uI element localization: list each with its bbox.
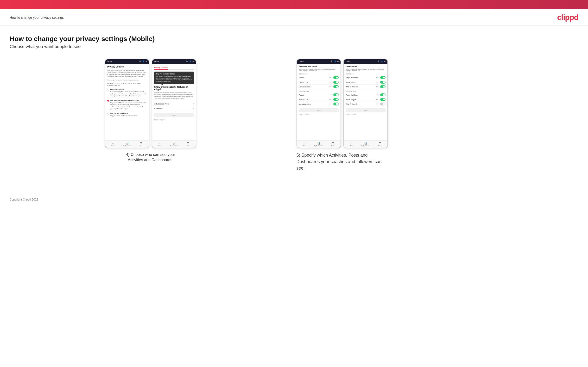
- radio-circle-followers: [107, 100, 109, 102]
- footer-perf-2[interactable]: 📊 My Performance: [170, 142, 179, 147]
- toggle-coaches-round-insights[interactable]: Round Insights ON: [346, 80, 386, 84]
- phone-4-back[interactable]: ‹ Back: [346, 61, 351, 62]
- footer-home-3[interactable]: ⌂ Home: [303, 142, 306, 147]
- coaches-label-4: COACHES: [346, 73, 386, 75]
- phone-3-icons: 🔍 👤 ⚙: [331, 60, 339, 62]
- settings-icon-4[interactable]: ⚙: [384, 60, 386, 62]
- toggle-coaches-drills[interactable]: Practice Drills ON: [299, 80, 339, 84]
- user-icon-2[interactable]: 👤: [189, 60, 191, 62]
- user-icon-3[interactable]: 👤: [334, 60, 336, 62]
- header-title: How to change your privacy settings: [10, 16, 64, 19]
- toggle-followers-round-insights[interactable]: Round Insights ON: [346, 97, 386, 102]
- phone-4-header: ‹ Back 🔍 👤 ⚙: [344, 59, 388, 64]
- phone-1-header: ‹ Back 🔍 👤 ⚙: [105, 59, 149, 64]
- radio-followers[interactable]: Only Approved Followers and Your Coach O…: [107, 98, 147, 111]
- footer-home-1[interactable]: ⌂ Home: [111, 142, 114, 147]
- menu-activities[interactable]: Activities and Posts ›: [154, 102, 194, 106]
- footer-perf-4[interactable]: 📊 My Performance: [361, 142, 370, 147]
- coaches-label: COACHES: [299, 73, 339, 75]
- footer-menu-3[interactable]: ☰ Menu: [331, 142, 335, 147]
- footer-menu-1[interactable]: ☰ Menu: [140, 142, 143, 147]
- toggle-coaches-player-dash-switch[interactable]: [380, 76, 386, 79]
- user-icon[interactable]: 👤: [142, 60, 145, 62]
- dashboards-desc: Select the dashboards that you'd like to…: [346, 68, 386, 71]
- main-content: How to change your privacy settings (Mob…: [0, 25, 588, 193]
- phone-3-header: ‹ Back 🔍 👤 ⚙: [297, 59, 341, 64]
- toggle-followers-round-insights-switch[interactable]: [380, 98, 386, 101]
- toggle-followers-what-work-switch[interactable]: [380, 103, 386, 105]
- chevron-left-icon-4: ‹: [346, 61, 346, 62]
- home-icon: ⌂: [112, 142, 114, 145]
- chevron-left-icon-3: ‹: [299, 61, 299, 62]
- search-icon-4[interactable]: 🔍: [378, 60, 380, 62]
- footer-perf-1[interactable]: 📊 My Performance: [123, 142, 132, 147]
- phone-1-title: Privacy Controls: [107, 66, 147, 68]
- search-icon-3[interactable]: 🔍: [331, 60, 333, 62]
- menu-dashboards[interactable]: Dashboards ›: [154, 106, 194, 111]
- home-icon-3: ⌂: [304, 142, 305, 145]
- footer-menu-4[interactable]: ☰ Menu: [378, 142, 381, 147]
- settings-icon-2[interactable]: ⚙: [192, 60, 194, 62]
- mockup-pair-left: ‹ Back 🔍 👤 ⚙ Privacy Controls Control ho…: [105, 59, 196, 148]
- phone-screen-4: ‹ Back 🔍 👤 ⚙ Dashboards Select the dashb…: [343, 59, 388, 148]
- phone-4-body: Dashboards Select the dashboards that yo…: [344, 64, 388, 141]
- phone-2-back[interactable]: ‹ Back: [154, 61, 159, 62]
- footer-perf-3[interactable]: 📊 My Performance: [314, 142, 323, 147]
- menu-icon: ☰: [140, 142, 142, 145]
- toggle-coaches-manual-switch[interactable]: [333, 85, 339, 88]
- toggle-coaches-player-dash[interactable]: Player Dashboard ON: [346, 75, 386, 80]
- radio-circle-everyone: [107, 89, 109, 91]
- toggle-followers-manual[interactable]: Manual Activities ON: [299, 102, 339, 106]
- phone-1-sub: Who Can See Your Activities and Dashboar…: [107, 83, 147, 86]
- toggle-followers-player-dash[interactable]: Player Dashboard ON: [346, 93, 386, 97]
- settings-icon[interactable]: ⚙: [146, 60, 147, 62]
- phone-1-body: Privacy Controls Control how you and you…: [105, 64, 149, 141]
- save-button-3[interactable]: Save: [299, 108, 339, 112]
- followers-label: FOLLOWERS: [299, 91, 339, 92]
- caption-4: 4) Choose who can see your Activities an…: [122, 152, 179, 163]
- toggle-followers-manual-switch[interactable]: [333, 103, 339, 105]
- copyright: Copyright Clippd 2022: [0, 193, 588, 206]
- save-button-2[interactable]: Save: [154, 113, 194, 117]
- toggle-coaches-round-insights-switch[interactable]: [380, 81, 386, 83]
- toggle-coaches-manual[interactable]: Manual Activities ON: [299, 84, 339, 89]
- radio-everyone[interactable]: Everyone on Clippd Everyone on Clippd ca…: [107, 87, 147, 98]
- toggle-followers-player-dash-switch[interactable]: [380, 93, 386, 96]
- toggle-coaches-what-work[interactable]: What To Work On ON: [346, 84, 386, 89]
- footer-menu-2[interactable]: ☰ Menu: [187, 142, 190, 147]
- phone-3-footer: ⌂ Home 📊 My Performance ☰ Menu: [297, 141, 341, 148]
- settings-icon-3[interactable]: ⚙: [337, 60, 339, 62]
- toggle-followers-what-work[interactable]: What To Work On ON: [346, 102, 386, 106]
- toggle-followers-rounds[interactable]: Rounds ON: [299, 93, 339, 97]
- footer-home-2[interactable]: ⌂ Home: [158, 142, 161, 147]
- phone-2-icons: 🔍 👤 ⚙: [186, 60, 194, 62]
- phone-2-tabs: Privacy Controls: [154, 66, 194, 70]
- mockups-row: ‹ Back 🔍 👤 ⚙ Privacy Controls Control ho…: [10, 59, 578, 172]
- toggle-coaches-what-work-switch[interactable]: [380, 85, 386, 88]
- tab-privacy-controls[interactable]: Privacy Controls: [154, 66, 168, 70]
- toggle-coaches-rounds[interactable]: Rounds ON: [299, 75, 339, 80]
- radio-text-everyone: Everyone on Clippd Everyone on Clippd ca…: [110, 88, 147, 97]
- search-icon-2[interactable]: 🔍: [186, 60, 188, 62]
- help-support-4: Help & Support: [346, 114, 386, 116]
- phone-1-back[interactable]: ‹ Back: [107, 61, 112, 62]
- save-button-4[interactable]: Save: [346, 108, 386, 112]
- help-support-2: Help & Support: [154, 119, 194, 120]
- menu-icon-3: ☰: [332, 142, 334, 145]
- mockup-group-left: ‹ Back 🔍 👤 ⚙ Privacy Controls Control ho…: [10, 59, 292, 163]
- user-icon-4[interactable]: 👤: [381, 60, 383, 62]
- footer-home-4[interactable]: ⌂ Home: [350, 142, 353, 147]
- toggle-followers-rounds-switch[interactable]: [333, 93, 339, 96]
- popup-desc: Only you and the coaches you connect wit…: [156, 75, 192, 83]
- toggle-followers-drills-switch[interactable]: [333, 98, 339, 101]
- phone-3-back[interactable]: ‹ Back: [299, 61, 304, 62]
- search-icon[interactable]: 🔍: [139, 60, 141, 62]
- radio-coach-only[interactable]: Only You and Your Coach Only you and the…: [107, 111, 147, 118]
- phone-4-icons: 🔍 👤 ⚙: [378, 60, 386, 62]
- page-title: How to change your privacy settings (Mob…: [10, 35, 578, 43]
- toggle-coaches-rounds-switch[interactable]: [333, 76, 339, 79]
- show-hide-title: Show or hide specific features in Clippd: [154, 86, 194, 91]
- activities-title: Activities and Posts: [299, 66, 339, 68]
- toggle-followers-drills[interactable]: Practice Drills ON: [299, 97, 339, 102]
- toggle-coaches-drills-switch[interactable]: [333, 81, 339, 83]
